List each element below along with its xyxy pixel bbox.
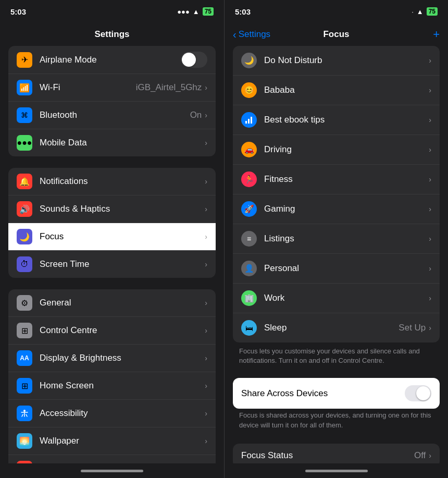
right-wifi-icon: ▲ bbox=[417, 8, 424, 16]
focus-description: Focus lets you customise your devices an… bbox=[225, 342, 448, 374]
wifi-label: Wi-Fi bbox=[40, 82, 136, 93]
work-arrow: › bbox=[429, 294, 431, 302]
share-across-devices-row: Share Across Devices bbox=[233, 378, 440, 409]
personal-item[interactable]: 👤 Personal › bbox=[233, 254, 440, 284]
share-across-devices-description: Focus is shared across your devices, and… bbox=[225, 409, 448, 435]
wallpaper-icon: 🌅 bbox=[17, 433, 32, 449]
add-focus-button[interactable]: + bbox=[433, 28, 440, 41]
airplane-mode-icon: ✈ bbox=[17, 52, 32, 68]
bluetooth-icon: ⌘ bbox=[17, 107, 32, 123]
right-signal-icon: · bbox=[412, 8, 414, 16]
wifi-icon-box: 📶 bbox=[17, 80, 32, 95]
general-label: General bbox=[40, 298, 205, 308]
work-item[interactable]: 🏢 Work › bbox=[233, 284, 440, 313]
best-ebook-tips-arrow: › bbox=[429, 116, 431, 124]
bluetooth-label: Bluetooth bbox=[40, 110, 190, 120]
focus-label: Focus bbox=[40, 231, 205, 242]
display-brightness-arrow: › bbox=[205, 354, 207, 362]
focus-modes-group: 🌙 Do Not Disturb › 😊 Bababa › Best ebook bbox=[233, 46, 440, 342]
sleep-item[interactable]: 🛏 Sleep Set Up › bbox=[233, 313, 440, 342]
sounds-haptics-item[interactable]: 🔊 Sounds & Haptics › bbox=[8, 195, 216, 223]
left-home-bar bbox=[81, 470, 143, 472]
right-status-icons: · ▲ 75 bbox=[412, 7, 438, 16]
personal-icon: 👤 bbox=[241, 261, 257, 276]
work-label: Work bbox=[264, 293, 429, 303]
accessibility-item[interactable]: Accessibility › bbox=[8, 400, 216, 427]
focus-icon: 🌙 bbox=[17, 229, 32, 244]
share-across-devices-toggle[interactable] bbox=[405, 385, 431, 401]
screen-time-icon: ⏱ bbox=[17, 256, 32, 272]
screen-time-arrow: › bbox=[205, 260, 207, 268]
focus-item[interactable]: 🌙 Focus › bbox=[8, 223, 216, 251]
focus-status-value: Off bbox=[414, 450, 426, 461]
fitness-item[interactable]: 🏃 Fitness › bbox=[233, 165, 440, 194]
signal-icon: ●●● bbox=[177, 8, 190, 16]
sleep-label: Sleep bbox=[264, 323, 399, 333]
right-status-bar: 5:03 · ▲ 75 bbox=[225, 0, 448, 23]
personal-arrow: › bbox=[429, 264, 431, 273]
control-centre-item[interactable]: ⊞ Control Centre › bbox=[8, 317, 216, 345]
bababa-item[interactable]: 😊 Bababa › bbox=[233, 76, 440, 105]
wallpaper-item[interactable]: 🌅 Wallpaper › bbox=[8, 427, 216, 455]
do-not-disturb-icon: 🌙 bbox=[241, 53, 257, 68]
work-icon: 🏢 bbox=[241, 290, 257, 306]
home-screen-icon: ⊞ bbox=[17, 378, 32, 394]
gaming-item[interactable]: 🚀 Gaming › bbox=[233, 194, 440, 224]
display-brightness-item[interactable]: AA Display & Brightness › bbox=[8, 345, 216, 372]
personal-label: Personal bbox=[264, 263, 429, 274]
gaming-icon: 🚀 bbox=[241, 201, 257, 217]
focus-nav-bar: ‹ Settings Focus + bbox=[225, 23, 448, 46]
airplane-mode-toggle[interactable] bbox=[181, 52, 207, 68]
mobile-data-item[interactable]: ●●● Mobile Data › bbox=[8, 129, 216, 156]
listings-arrow: › bbox=[429, 235, 431, 243]
home-screen-label: Home Screen bbox=[40, 381, 205, 391]
display-group: ⚙ General › ⊞ Control Centre › AA Displa… bbox=[8, 289, 216, 463]
wifi-item[interactable]: 📶 Wi-Fi iGB_Airtel_5Ghz › bbox=[8, 74, 216, 102]
home-screen-item[interactable]: ⊞ Home Screen › bbox=[8, 372, 216, 400]
driving-arrow: › bbox=[429, 145, 431, 154]
battery-icon: 75 bbox=[203, 7, 214, 16]
sleep-value: Set Up bbox=[399, 323, 426, 333]
airplane-mode-item[interactable]: ✈ Airplane Mode bbox=[8, 46, 216, 74]
focus-status-row[interactable]: Focus Status Off › bbox=[233, 444, 440, 463]
general-item[interactable]: ⚙ General › bbox=[8, 289, 216, 317]
svg-point-0 bbox=[23, 410, 26, 412]
svg-rect-7 bbox=[245, 121, 247, 124]
bababa-label: Bababa bbox=[264, 85, 429, 95]
bluetooth-arrow: › bbox=[205, 111, 207, 119]
right-panel: 5:03 · ▲ 75 ‹ Settings Focus + 🌙 Do Not … bbox=[224, 0, 448, 478]
focus-status-label: Focus Status bbox=[241, 450, 414, 461]
listings-label: Listings bbox=[264, 234, 429, 244]
bababa-arrow: › bbox=[429, 86, 431, 94]
control-centre-label: Control Centre bbox=[40, 325, 205, 336]
gaming-label: Gaming bbox=[264, 204, 429, 214]
left-panel: 5:03 ●●● ▲ 75 Settings ✈ Airplane Mode 📶… bbox=[0, 0, 224, 478]
sounds-haptics-arrow: › bbox=[205, 205, 207, 213]
bluetooth-value: On bbox=[190, 110, 202, 120]
listings-item[interactable]: ≡ Listings › bbox=[233, 224, 440, 254]
screen-time-item[interactable]: ⏱ Screen Time › bbox=[8, 251, 216, 278]
focus-status-arrow: › bbox=[429, 451, 431, 460]
back-label: Settings bbox=[239, 29, 270, 40]
best-ebook-tips-icon bbox=[241, 112, 257, 128]
back-button[interactable]: ‹ Settings bbox=[233, 29, 270, 40]
do-not-disturb-arrow: › bbox=[429, 56, 431, 65]
screen-time-label: Screen Time bbox=[40, 259, 205, 269]
right-status-time: 5:03 bbox=[235, 7, 251, 16]
siri-search-item[interactable]: 🎙 Siri & Search › bbox=[8, 455, 216, 463]
bluetooth-item[interactable]: ⌘ Bluetooth On › bbox=[8, 102, 216, 129]
sleep-icon: 🛏 bbox=[241, 320, 257, 336]
share-across-devices-label: Share Across Devices bbox=[241, 388, 405, 399]
settings-title: Settings bbox=[94, 29, 129, 40]
best-ebook-tips-item[interactable]: Best ebook tips › bbox=[233, 105, 440, 135]
notifications-item[interactable]: 🔔 Notifications › bbox=[8, 168, 216, 195]
airplane-mode-label: Airplane Mode bbox=[40, 55, 181, 65]
wifi-value: iGB_Airtel_5Ghz bbox=[136, 82, 202, 93]
do-not-disturb-item[interactable]: 🌙 Do Not Disturb › bbox=[233, 46, 440, 76]
connectivity-group: ✈ Airplane Mode 📶 Wi-Fi iGB_Airtel_5Ghz … bbox=[8, 46, 216, 156]
accessibility-arrow: › bbox=[205, 409, 207, 418]
home-screen-arrow: › bbox=[205, 382, 207, 390]
driving-item[interactable]: 🚗 Driving › bbox=[233, 135, 440, 165]
wifi-icon: ▲ bbox=[193, 8, 200, 16]
focus-nav-title: Focus bbox=[323, 29, 349, 40]
